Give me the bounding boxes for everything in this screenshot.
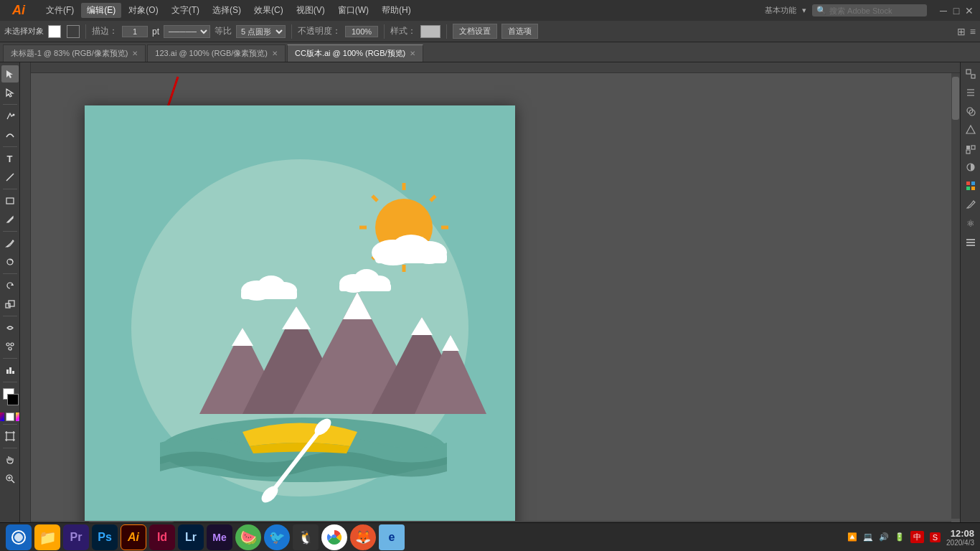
taskbar-premiere[interactable]: Pr (63, 524, 89, 550)
svg-rect-68 (971, 182, 975, 185)
search-input[interactable] (829, 6, 915, 15)
opacity-input[interactable] (345, 26, 378, 37)
pathfinder-btn[interactable] (962, 103, 979, 120)
search-icon: 🔍 (816, 6, 826, 15)
rect-tool[interactable] (1, 192, 19, 209)
graphic-styles-btn[interactable] (962, 140, 979, 157)
tray-up-icon[interactable]: 🔼 (847, 532, 857, 542)
type-tool[interactable]: T (1, 150, 19, 167)
color-mode-btn[interactable] (0, 413, 4, 421)
close-button[interactable]: ✕ (964, 6, 974, 16)
blob-brush-tool[interactable] (1, 253, 19, 270)
taskbar-photoshop[interactable]: Ps (92, 524, 118, 550)
menu-help[interactable]: 帮助(H) (376, 3, 417, 18)
taskbar-qbittorrent[interactable] (6, 524, 32, 550)
menu-file[interactable]: 文件(F) (40, 3, 80, 18)
menu-select[interactable]: 选择(S) (207, 3, 247, 18)
arrange-icon[interactable]: ⊞ (957, 26, 966, 37)
canvas-area[interactable] (20, 62, 960, 529)
tab-bar: 未标题-1 @ 83% (RGB/像素预览) ✕ 123.ai @ 100% (… (0, 42, 980, 62)
line-tool[interactable] (1, 169, 19, 186)
right-panel: ⚛ (960, 62, 980, 529)
artboard-tool[interactable] (1, 428, 19, 445)
warp-tool[interactable] (1, 319, 19, 336)
svg-rect-65 (966, 150, 970, 154)
taskbar-media-encoder[interactable]: Me (207, 524, 232, 550)
svg-point-8 (9, 347, 11, 350)
maximize-button[interactable]: □ (951, 6, 961, 16)
menu-edit[interactable]: 编辑(E) (81, 3, 121, 18)
taskbar-ie[interactable]: e (379, 524, 405, 550)
preferences-button[interactable]: 首选项 (501, 24, 538, 39)
ime-indicator[interactable]: 中 (910, 531, 924, 543)
tab-123-close[interactable]: ✕ (272, 50, 278, 57)
none-btn[interactable] (6, 413, 14, 421)
menu-type[interactable]: 文字(T) (166, 3, 205, 18)
panel-toggle-icon[interactable]: ≡ (970, 26, 976, 37)
appearance-btn[interactable] (962, 121, 979, 138)
taskbar-explorer[interactable]: 📁 (34, 524, 60, 550)
selection-tool[interactable] (1, 65, 19, 83)
search-box[interactable]: 🔍 (812, 4, 927, 17)
pen-tool[interactable] (1, 108, 19, 125)
menu-effect[interactable]: 效果(C) (248, 3, 289, 18)
vertical-scrollbar[interactable] (951, 73, 960, 519)
stroke-color-swatch[interactable] (7, 394, 19, 405)
fill-color[interactable] (48, 25, 61, 38)
brush-select[interactable]: 5 点圆形 (236, 25, 286, 38)
taskbar-lightroom[interactable]: Lr (178, 524, 204, 550)
taskbar-indesign[interactable]: Id (149, 524, 175, 550)
vertical-scrollbar-thumb[interactable] (952, 77, 959, 120)
divider2 (291, 24, 292, 39)
taskbar-melon[interactable]: 🍉 (235, 524, 261, 550)
menu-object[interactable]: 对象(O) (123, 3, 164, 18)
volume-icon[interactable]: 🔊 (879, 532, 889, 542)
layers-btn[interactable] (962, 233, 979, 250)
taskbar-penguin[interactable]: 🐧 (293, 524, 319, 550)
hand-tool[interactable] (1, 451, 19, 468)
tab-cc[interactable]: CC版本.ai @ 100% (RGB/预览) ✕ (287, 44, 423, 62)
clock[interactable]: 12:08 2020/4/3 (946, 528, 974, 547)
zoom-tool[interactable] (1, 470, 19, 487)
taskbar-firefox[interactable]: 🦊 (350, 524, 376, 550)
symbol-tool[interactable] (1, 338, 19, 355)
curvature-tool[interactable] (1, 126, 19, 143)
taskbar-bird[interactable]: 🐦 (264, 524, 290, 550)
taskbar-chrome[interactable] (321, 524, 347, 550)
tool-sep-4 (3, 231, 17, 232)
menu-view[interactable]: 视图(V) (291, 3, 331, 18)
network-icon[interactable]: 💻 (863, 532, 873, 542)
brushes-btn[interactable] (962, 196, 979, 213)
align-panel-btn[interactable] (962, 84, 979, 101)
swatches-btn[interactable] (962, 177, 979, 194)
tab-untitled[interactable]: 未标题-1 @ 83% (RGB/像素预览) ✕ (3, 44, 146, 62)
svg-point-0 (12, 114, 14, 116)
direct-selection-tool[interactable] (1, 84, 19, 101)
minimize-button[interactable]: ─ (938, 6, 948, 16)
divider3 (384, 24, 385, 39)
workspace-dropdown-icon[interactable]: ▾ (802, 6, 806, 15)
workspace-label[interactable]: 基本功能 (765, 5, 796, 16)
stroke-style-select[interactable]: ───── (164, 25, 210, 38)
svg-rect-9 (6, 369, 9, 374)
ime-s[interactable]: S (930, 532, 941, 542)
doc-settings-button[interactable]: 文档设置 (453, 24, 497, 39)
transform-panel-btn[interactable] (962, 65, 979, 83)
tab-untitled-close[interactable]: ✕ (132, 50, 138, 57)
symbols-btn[interactable]: ⚛ (962, 215, 979, 232)
scale-tool[interactable] (1, 296, 19, 313)
tab-123[interactable]: 123.ai @ 100% (RGB/像素预览) ✕ (147, 44, 286, 62)
rotate-tool[interactable] (1, 277, 19, 294)
svg-point-7 (11, 343, 14, 346)
pencil-tool[interactable] (1, 211, 19, 228)
taskbar-illustrator[interactable]: Ai (121, 524, 146, 550)
stroke-input[interactable] (122, 26, 148, 37)
stroke-color[interactable] (67, 25, 80, 38)
graph-tool[interactable] (1, 362, 19, 379)
battery-icon[interactable]: 🔋 (895, 532, 905, 542)
paintbrush-tool[interactable] (1, 235, 19, 252)
menu-window[interactable]: 窗口(W) (332, 3, 374, 18)
color-panel-btn[interactable] (962, 159, 979, 176)
tab-cc-close[interactable]: ✕ (410, 50, 415, 57)
divider4 (446, 24, 447, 39)
